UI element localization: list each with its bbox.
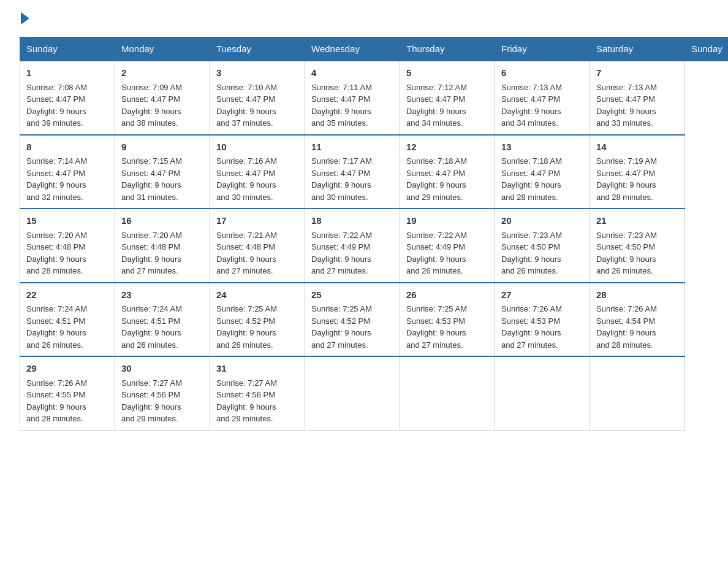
day-number: 26 [406, 288, 488, 302]
page-header [20, 15, 708, 25]
calendar-cell: 7Sunrise: 7:13 AMSunset: 4:47 PMDaylight… [590, 61, 685, 135]
day-number: 2 [121, 66, 203, 80]
day-number: 4 [311, 66, 393, 80]
calendar-cell: 4Sunrise: 7:11 AMSunset: 4:47 PMDaylight… [305, 61, 400, 135]
calendar-cell: 10Sunrise: 7:16 AMSunset: 4:47 PMDayligh… [210, 135, 305, 209]
calendar-week-row: 29Sunrise: 7:26 AMSunset: 4:55 PMDayligh… [20, 356, 729, 430]
calendar-week-row: 1Sunrise: 7:08 AMSunset: 4:47 PMDaylight… [20, 61, 729, 135]
day-number: 30 [121, 362, 203, 376]
calendar-cell: 22Sunrise: 7:24 AMSunset: 4:51 PMDayligh… [20, 283, 115, 357]
day-number: 17 [216, 214, 298, 228]
calendar-cell: 27Sunrise: 7:26 AMSunset: 4:53 PMDayligh… [495, 283, 590, 357]
day-number: 13 [501, 140, 583, 155]
day-number: 12 [406, 140, 488, 155]
logo-arrow-icon [21, 12, 29, 25]
calendar-cell: 3Sunrise: 7:10 AMSunset: 4:47 PMDaylight… [210, 61, 305, 135]
calendar-cell: 24Sunrise: 7:25 AMSunset: 4:52 PMDayligh… [210, 283, 305, 357]
col-header-sunday: Sunday [20, 37, 115, 61]
day-number: 1 [26, 66, 108, 80]
day-number: 6 [501, 66, 583, 80]
col-header-saturday: Saturday [590, 37, 685, 61]
day-number: 16 [121, 214, 203, 228]
calendar-cell: 15Sunrise: 7:20 AMSunset: 4:48 PMDayligh… [20, 209, 115, 283]
calendar-cell: 11Sunrise: 7:17 AMSunset: 4:47 PMDayligh… [305, 135, 400, 209]
day-number: 23 [121, 288, 203, 302]
calendar-header-row: SundayMondayTuesdayWednesdayThursdayFrid… [20, 37, 729, 61]
col-header-sunday: Sunday [685, 37, 729, 61]
calendar-cell: 12Sunrise: 7:18 AMSunset: 4:47 PMDayligh… [400, 135, 495, 209]
col-header-friday: Friday [495, 37, 590, 61]
day-number: 27 [501, 288, 583, 302]
calendar-cell [400, 356, 495, 430]
calendar-cell: 31Sunrise: 7:27 AMSunset: 4:56 PMDayligh… [210, 356, 305, 430]
col-header-thursday: Thursday [400, 37, 495, 61]
col-header-wednesday: Wednesday [305, 37, 400, 61]
calendar-cell: 21Sunrise: 7:23 AMSunset: 4:50 PMDayligh… [590, 209, 685, 283]
col-header-monday: Monday [115, 37, 210, 61]
calendar-cell [495, 356, 590, 430]
day-number: 8 [26, 140, 108, 155]
calendar-cell: 25Sunrise: 7:25 AMSunset: 4:52 PMDayligh… [305, 283, 400, 357]
day-number: 3 [216, 66, 298, 80]
day-number: 5 [406, 66, 488, 80]
calendar-cell: 1Sunrise: 7:08 AMSunset: 4:47 PMDaylight… [20, 61, 115, 135]
calendar-cell [590, 356, 685, 430]
calendar-cell: 30Sunrise: 7:27 AMSunset: 4:56 PMDayligh… [115, 356, 210, 430]
day-number: 10 [216, 140, 298, 155]
calendar-cell: 23Sunrise: 7:24 AMSunset: 4:51 PMDayligh… [115, 283, 210, 357]
calendar-cell: 13Sunrise: 7:18 AMSunset: 4:47 PMDayligh… [495, 135, 590, 209]
calendar-table: SundayMondayTuesdayWednesdayThursdayFrid… [20, 37, 728, 431]
day-number: 9 [121, 140, 203, 155]
calendar-cell: 19Sunrise: 7:22 AMSunset: 4:49 PMDayligh… [400, 209, 495, 283]
calendar-cell: 2Sunrise: 7:09 AMSunset: 4:47 PMDaylight… [115, 61, 210, 135]
calendar-cell: 18Sunrise: 7:22 AMSunset: 4:49 PMDayligh… [305, 209, 400, 283]
logo [20, 15, 29, 25]
day-number: 22 [26, 288, 108, 302]
day-number: 18 [311, 214, 393, 228]
calendar-week-row: 8Sunrise: 7:14 AMSunset: 4:47 PMDaylight… [20, 135, 729, 209]
calendar-cell: 6Sunrise: 7:13 AMSunset: 4:47 PMDaylight… [495, 61, 590, 135]
calendar-cell: 28Sunrise: 7:26 AMSunset: 4:54 PMDayligh… [590, 283, 685, 357]
calendar-week-row: 15Sunrise: 7:20 AMSunset: 4:48 PMDayligh… [20, 209, 729, 283]
day-number: 19 [406, 214, 488, 228]
day-number: 15 [26, 214, 108, 228]
day-number: 25 [311, 288, 393, 302]
calendar-cell: 17Sunrise: 7:21 AMSunset: 4:48 PMDayligh… [210, 209, 305, 283]
calendar-cell [305, 356, 400, 430]
day-number: 7 [596, 66, 678, 80]
calendar-cell: 9Sunrise: 7:15 AMSunset: 4:47 PMDaylight… [115, 135, 210, 209]
day-number: 28 [596, 288, 678, 302]
calendar-cell: 5Sunrise: 7:12 AMSunset: 4:47 PMDaylight… [400, 61, 495, 135]
col-header-tuesday: Tuesday [210, 37, 305, 61]
day-number: 14 [596, 140, 678, 155]
day-number: 20 [501, 214, 583, 228]
calendar-cell: 14Sunrise: 7:19 AMSunset: 4:47 PMDayligh… [590, 135, 685, 209]
day-number: 11 [311, 140, 393, 155]
calendar-week-row: 22Sunrise: 7:24 AMSunset: 4:51 PMDayligh… [20, 283, 729, 357]
day-number: 31 [216, 362, 298, 376]
day-number: 29 [26, 362, 108, 376]
day-number: 21 [596, 214, 678, 228]
calendar-cell: 16Sunrise: 7:20 AMSunset: 4:48 PMDayligh… [115, 209, 210, 283]
day-number: 24 [216, 288, 298, 302]
calendar-cell: 26Sunrise: 7:25 AMSunset: 4:53 PMDayligh… [400, 283, 495, 357]
calendar-cell: 20Sunrise: 7:23 AMSunset: 4:50 PMDayligh… [495, 209, 590, 283]
calendar-cell: 8Sunrise: 7:14 AMSunset: 4:47 PMDaylight… [20, 135, 115, 209]
calendar-cell: 29Sunrise: 7:26 AMSunset: 4:55 PMDayligh… [20, 356, 115, 430]
